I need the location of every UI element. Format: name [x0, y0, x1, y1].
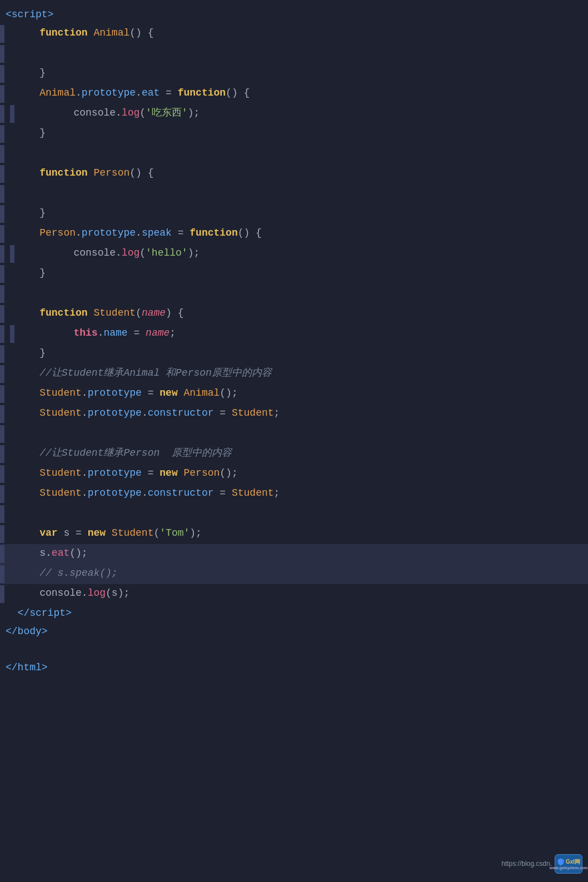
code-line: console.log('hello'); — [0, 244, 588, 264]
code-line: Student.prototype.constructor = Student; — [0, 404, 588, 424]
indent-bar — [0, 245, 4, 263]
indent-bar — [0, 485, 4, 503]
line-content: </html> — [0, 660, 588, 676]
indent-bar — [0, 425, 4, 443]
indent-bar — [0, 265, 4, 283]
code-line: <script> — [0, 6, 588, 24]
line-content — [10, 45, 588, 61]
line-content: } — [10, 65, 588, 81]
indent-bar — [0, 165, 4, 183]
watermark: https://blog.csdn. Gxl网 www.gxlsystem.co… — [501, 854, 582, 874]
code-line: function Student(name) { — [0, 304, 588, 324]
line-content: var s = new Student('Tom'); — [10, 525, 588, 541]
code-line: } — [0, 344, 588, 364]
indent-bar-2 — [10, 105, 14, 123]
code-line-highlighted: s.eat(); — [0, 544, 588, 564]
code-line: </body> — [0, 622, 588, 641]
code-line: var s = new Student('Tom'); — [0, 524, 588, 544]
line-content: Student.prototype = new Animal(); — [10, 385, 588, 401]
indent-bar-2 — [10, 245, 14, 263]
line-content — [10, 185, 588, 201]
watermark-url: https://blog.csdn. — [501, 859, 552, 869]
line-content — [10, 505, 588, 521]
line-content: Student.prototype = new Person(); — [10, 465, 588, 481]
line-content: </body> — [0, 624, 588, 640]
line-content: // s.speak(); — [10, 565, 588, 581]
indent-bar — [0, 465, 4, 483]
code-line: console.log(s); — [0, 584, 588, 604]
code-line: this.name = name; — [0, 324, 588, 344]
line-content: console.log('吃东西'); — [20, 105, 588, 121]
shield-icon — [557, 858, 565, 866]
line-content: function Person() { — [10, 165, 588, 181]
code-line: } — [0, 204, 588, 224]
line-content: s.eat(); — [10, 545, 588, 561]
code-line — [0, 284, 588, 304]
indent-bar — [0, 505, 4, 523]
indent-bar — [0, 305, 4, 323]
indent-bar — [0, 585, 4, 603]
code-line: Person.prototype.speak = function() { — [0, 224, 588, 244]
code-line: //让Student继承Person 原型中的内容 — [0, 444, 588, 464]
line-content — [10, 145, 588, 161]
line-content: Student.prototype.constructor = Student; — [10, 405, 588, 421]
code-line-highlighted: // s.speak(); — [0, 564, 588, 584]
line-content: console.log('hello'); — [20, 245, 588, 261]
indent-bar — [0, 225, 4, 243]
line-content: </script> — [0, 605, 588, 621]
line-content: function Animal() { — [10, 25, 588, 41]
code-line: console.log('吃东西'); — [0, 104, 588, 124]
code-editor: <script> function Animal() { } Animal.pr… — [0, 0, 588, 699]
indent-bar — [0, 125, 4, 143]
code-line — [0, 504, 588, 524]
code-line: //让Student继承Animal 和Person原型中的内容 — [0, 364, 588, 384]
code-line — [0, 44, 588, 64]
line-content: Animal.prototype.eat = function() { — [10, 85, 588, 101]
line-content: this.name = name; — [20, 325, 588, 341]
code-line: } — [0, 64, 588, 84]
indent-bar — [0, 105, 4, 123]
watermark-brand: Gxl网 — [566, 859, 580, 865]
indent-bar — [0, 405, 4, 423]
code-line — [0, 144, 588, 164]
code-line — [0, 184, 588, 204]
indent-bar — [0, 525, 4, 543]
line-content: Person.prototype.speak = function() { — [10, 225, 588, 241]
line-content: console.log(s); — [10, 585, 588, 601]
code-line: } — [0, 264, 588, 284]
indent-bar — [0, 325, 4, 343]
line-content — [10, 425, 588, 441]
code-line: function Person() { — [0, 164, 588, 184]
indent-bar — [0, 365, 4, 383]
line-content: <script> — [0, 7, 588, 23]
line-content: Student.prototype.constructor = Student; — [10, 485, 588, 501]
indent-bar — [0, 385, 4, 403]
indent-bar — [0, 285, 4, 303]
code-line — [0, 424, 588, 444]
indent-bar — [0, 185, 4, 203]
line-content — [0, 641, 588, 657]
indent-bar — [0, 65, 4, 83]
code-line: Student.prototype = new Animal(); — [0, 384, 588, 404]
code-line: function Animal() { — [0, 24, 588, 44]
indent-bar — [0, 85, 4, 103]
indent-bar — [0, 565, 4, 583]
code-line: Student.prototype.constructor = Student; — [0, 484, 588, 504]
indent-bar — [0, 145, 4, 163]
code-line: Student.prototype = new Person(); — [0, 464, 588, 484]
indent-bar — [0, 205, 4, 223]
watermark-logo: Gxl网 www.gxlsystem.com — [555, 854, 582, 874]
code-line — [0, 640, 588, 659]
code-line: } — [0, 124, 588, 144]
code-line: Animal.prototype.eat = function() { — [0, 84, 588, 104]
line-content — [10, 285, 588, 301]
line-content: } — [10, 265, 588, 281]
code-line: </html> — [0, 659, 588, 677]
line-content: } — [10, 125, 588, 141]
indent-bar — [0, 45, 4, 63]
line-content: } — [10, 205, 588, 221]
line-content: } — [10, 345, 588, 361]
line-content: //让Student继承Person 原型中的内容 — [10, 445, 588, 461]
line-content: //让Student继承Animal 和Person原型中的内容 — [10, 365, 588, 381]
indent-bar — [0, 345, 4, 363]
